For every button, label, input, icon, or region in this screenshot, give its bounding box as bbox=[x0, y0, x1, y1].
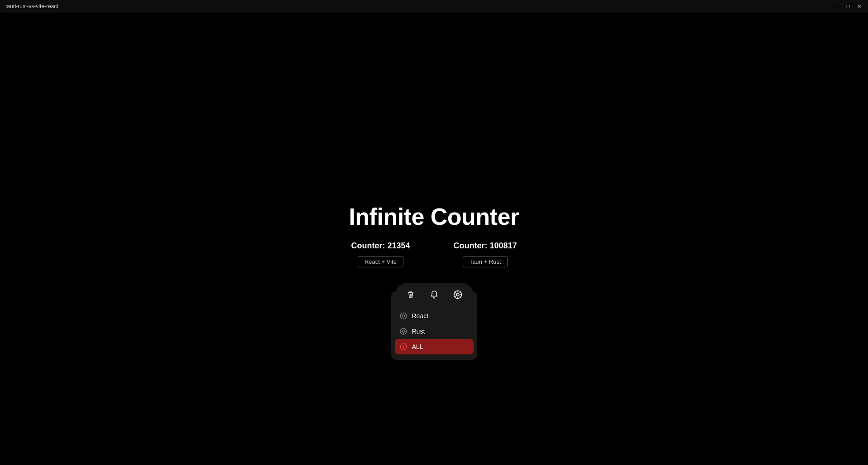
counter-value-react: Counter: 21354 bbox=[351, 241, 410, 251]
gear-icon-react bbox=[399, 312, 408, 320]
svg-point-23 bbox=[456, 293, 459, 296]
notifications-button[interactable] bbox=[426, 286, 442, 303]
maximize-button[interactable]: □ bbox=[844, 3, 852, 10]
svg-line-29 bbox=[460, 296, 460, 297]
title-bar: tauri-rust-vs-vite-react — □ ✕ bbox=[0, 0, 868, 13]
svg-line-17 bbox=[405, 333, 406, 334]
svg-text:i: i bbox=[403, 345, 404, 349]
gear-icon-rust bbox=[399, 327, 408, 335]
popup-item-react-label: React bbox=[412, 312, 429, 320]
svg-line-19 bbox=[401, 333, 402, 334]
counter-value-rust: Counter: 100817 bbox=[453, 241, 517, 251]
app-title: Infinite Counter bbox=[349, 203, 519, 230]
svg-line-16 bbox=[401, 329, 402, 330]
delete-button[interactable] bbox=[403, 286, 419, 303]
popup-item-rust-label: Rust bbox=[412, 328, 425, 335]
popup-item-all-label: ALL bbox=[412, 343, 423, 350]
svg-line-18 bbox=[405, 329, 406, 330]
settings-button[interactable] bbox=[450, 286, 466, 303]
counter-block-react: Counter: 21354 React + Vite bbox=[351, 241, 410, 267]
svg-line-7 bbox=[405, 317, 406, 318]
info-icon-all: i bbox=[399, 343, 408, 351]
svg-line-6 bbox=[401, 314, 402, 315]
svg-line-9 bbox=[401, 317, 402, 318]
popup-area: RESET COUNTERS React bbox=[391, 291, 477, 365]
minimize-button[interactable]: — bbox=[834, 3, 841, 10]
counter-block-rust: Counter: 100817 Tauri + Rust bbox=[453, 241, 517, 267]
window-title: tauri-rust-vs-vite-react bbox=[5, 3, 58, 10]
counter-badge-rust[interactable]: Tauri + Rust bbox=[463, 256, 508, 267]
bottom-toolbar bbox=[395, 283, 473, 306]
svg-line-30 bbox=[460, 292, 460, 293]
svg-line-8 bbox=[405, 314, 406, 315]
popup-item-react[interactable]: React bbox=[395, 308, 474, 324]
svg-line-28 bbox=[455, 292, 456, 293]
svg-line-31 bbox=[455, 296, 456, 297]
popup-item-all[interactable]: i ALL bbox=[395, 339, 474, 354]
window-controls: — □ ✕ bbox=[834, 3, 863, 10]
counter-badge-react[interactable]: React + Vite bbox=[358, 256, 403, 267]
counters-row: Counter: 21354 React + Vite Counter: 100… bbox=[351, 241, 517, 267]
popup-item-rust[interactable]: Rust bbox=[395, 324, 474, 339]
main-content: Infinite Counter Counter: 21354 React + … bbox=[0, 13, 868, 465]
svg-point-1 bbox=[402, 315, 404, 317]
svg-point-11 bbox=[402, 330, 404, 333]
close-button[interactable]: ✕ bbox=[855, 3, 863, 10]
